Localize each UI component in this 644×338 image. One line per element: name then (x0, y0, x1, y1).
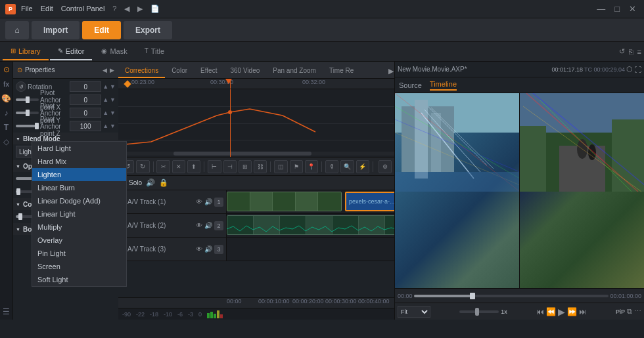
rotation-up[interactable]: ▲ (103, 83, 108, 90)
pivot-z-value[interactable]: 100 (70, 121, 101, 131)
curve-scrollbar[interactable] (118, 152, 394, 156)
tab-mask[interactable]: ◉ Mask (93, 43, 135, 60)
tab-corrections[interactable]: Corrections (118, 64, 165, 78)
menu-icon[interactable]: ≡ (637, 48, 641, 56)
pivot-x-value[interactable]: 0 (70, 95, 101, 105)
blend-option-overlay[interactable]: Overlay (32, 234, 126, 247)
rotation-value[interactable]: 0 (70, 81, 101, 92)
tl-btn-marker[interactable]: ⚑ (290, 160, 303, 173)
pivot-y-slider[interactable] (16, 112, 39, 114)
properties-forward[interactable]: ▶ (110, 67, 114, 74)
pivot-y-up[interactable]: ▲ (103, 110, 108, 116)
tab-360video[interactable]: 360 Video (223, 64, 266, 78)
source-tab[interactable]: Source (399, 81, 422, 89)
track-3-eye[interactable]: 👁 (196, 245, 202, 253)
tab-title[interactable]: T Title (137, 43, 172, 60)
blend-option-linear-light[interactable]: Linear Light (32, 207, 126, 221)
pip-icon[interactable]: ⧉ (627, 307, 632, 316)
blend-option-hard-light[interactable]: Hard Light (32, 142, 126, 155)
play-btn[interactable]: ▶ (558, 306, 565, 317)
blend-option-linear-dodge[interactable]: Linear Dodge (Add) (32, 194, 126, 207)
menu-back[interactable]: ◀ (124, 5, 129, 13)
fullscreen-icon[interactable]: ⛶ (634, 66, 641, 74)
home-button[interactable]: ⌂ (5, 21, 29, 39)
properties-back[interactable]: ◀ (103, 67, 107, 74)
preview-options[interactable]: ⋯ (634, 307, 641, 316)
edit-button[interactable]: Edit (82, 21, 121, 39)
track-1-mute[interactable]: 🔊 (204, 198, 212, 205)
rotation-reset[interactable]: ↺ (16, 81, 26, 92)
side-icon-music[interactable]: ♪ (1, 108, 12, 118)
tl-btn-redo[interactable]: ↻ (136, 160, 149, 173)
curve-scrollbar-thumb[interactable] (173, 152, 311, 156)
import-button[interactable]: Import (32, 21, 80, 39)
track-1-clip-1[interactable] (227, 192, 342, 211)
blend-option-pin-light[interactable]: Pin Light (32, 247, 126, 260)
side-icon-text[interactable]: T (1, 122, 12, 133)
track-1-eye[interactable]: 👁 (196, 198, 202, 205)
blend-dropdown-menu[interactable]: Hard Light Hard Mix Lighten Linear Burn … (32, 141, 127, 287)
tl-btn-chapter[interactable]: 📍 (305, 160, 318, 173)
tl-btn-settings[interactable]: ⚙ (379, 160, 392, 173)
step-back-btn[interactable]: ⏪ (546, 307, 556, 316)
step-fwd-btn[interactable]: ⏩ (567, 307, 577, 316)
tab-effect[interactable]: Effect (194, 64, 223, 78)
pivot-x-slider[interactable] (16, 98, 39, 101)
tl-btn-cut[interactable]: ✂ (156, 160, 170, 173)
tab-editor[interactable]: ✎ Editor (50, 43, 93, 60)
track-2-eye[interactable]: 👁 (196, 222, 202, 229)
solo-lock-icon[interactable]: 🔒 (159, 179, 168, 187)
pivot-y-value[interactable]: 0 (70, 108, 101, 118)
tl-btn-lift[interactable]: ⬆ (187, 160, 200, 173)
pivot-x-down[interactable]: ▼ (110, 96, 116, 103)
export-button[interactable]: Export (124, 21, 172, 39)
preview-progress-bar[interactable] (414, 295, 609, 297)
maximize-button[interactable]: □ (612, 4, 622, 14)
blend-option-hard-mix[interactable]: Hard Mix (32, 155, 126, 168)
blend-option-lighten[interactable]: Lighten (32, 168, 126, 181)
pivot-z-slider[interactable] (16, 125, 39, 127)
tl-btn-delete[interactable]: ✕ (172, 160, 185, 173)
side-icon-properties[interactable]: ⊙ (1, 64, 12, 75)
next-frame-btn[interactable]: ⏭ (579, 307, 587, 316)
menu-file-icon[interactable]: 📄 (150, 5, 160, 13)
tab-color[interactable]: Color (165, 64, 194, 78)
blend-option-multiply[interactable]: Multiply (32, 221, 126, 234)
menu-file[interactable]: File (21, 5, 33, 13)
minimize-button[interactable]: — (594, 4, 608, 14)
tab-pan-zoom[interactable]: Pan and Zoom (266, 64, 323, 78)
pivot-x-up[interactable]: ▲ (103, 96, 108, 103)
fit-select[interactable]: Fit (398, 306, 430, 318)
side-icon-menu[interactable]: ☰ (1, 306, 12, 317)
zoom-slider[interactable] (459, 310, 499, 313)
tl-btn-group[interactable]: ⊞ (239, 160, 252, 173)
rotation-down[interactable]: ▼ (110, 83, 116, 90)
tl-btn-split[interactable]: ⊢ (208, 160, 221, 173)
side-icon-shape[interactable]: ◇ (1, 137, 12, 147)
tl-btn-voice[interactable]: 🎙 (325, 160, 338, 173)
export-to-icon[interactable]: ⬡ (626, 65, 633, 74)
pivot-y-down[interactable]: ▼ (110, 110, 116, 116)
pivot-z-up[interactable]: ▲ (103, 123, 108, 129)
blend-option-soft-light[interactable]: Soft Light (32, 273, 126, 286)
tl-btn-snap[interactable]: ◫ (274, 160, 287, 173)
prev-frame-btn[interactable]: ⏮ (536, 307, 544, 316)
tab-time-re[interactable]: Time Re (323, 64, 360, 78)
blend-option-linear-burn[interactable]: Linear Burn (32, 181, 126, 194)
menu-edit[interactable]: Edit (41, 5, 53, 13)
menu-control-panel[interactable]: Control Panel (61, 5, 105, 13)
close-button[interactable]: ✕ (626, 4, 639, 14)
solo-mute-icon[interactable]: 🔊 (146, 179, 155, 187)
preview-progress-thumb[interactable] (470, 293, 475, 299)
new-project-icon[interactable]: ↺ (619, 47, 625, 56)
side-icon-fx[interactable]: fx (1, 79, 12, 89)
tabs-scroll-right[interactable]: ▶ (388, 64, 394, 78)
tl-btn-trim[interactable]: ⊣ (223, 160, 237, 173)
tl-btn-speed[interactable]: ⚡ (356, 160, 369, 173)
track-2-mute[interactable]: 🔊 (204, 222, 212, 229)
pivot-z-down[interactable]: ▼ (110, 123, 116, 129)
menu-help-icon[interactable]: ? (112, 5, 116, 13)
blend-option-screen[interactable]: Screen (32, 260, 126, 273)
tl-btn-zoom-in[interactable]: 🔍 (340, 160, 354, 173)
zoom-thumb[interactable] (475, 308, 479, 316)
